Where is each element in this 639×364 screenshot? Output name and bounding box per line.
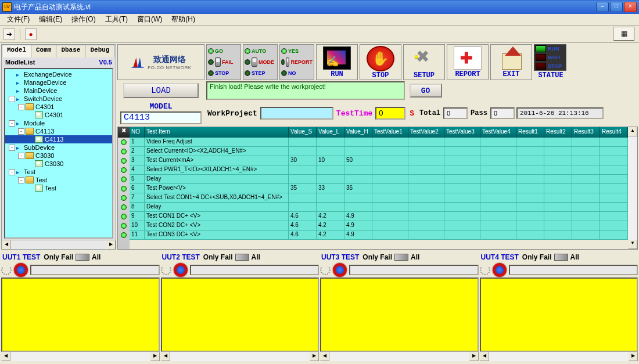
col-header[interactable]: Result1 xyxy=(516,127,544,138)
table-row[interactable]: 11Test CON3 DC+ <V>4.64.24.9 xyxy=(130,230,628,240)
yes-report-no-switch[interactable]: YESREPORTNO xyxy=(279,44,314,80)
tree-node-managedevice[interactable]: ManageDevice xyxy=(5,78,112,87)
close-button[interactable]: × xyxy=(624,2,637,12)
col-header[interactable]: TestValue3 xyxy=(444,127,480,138)
table-row[interactable]: 7Select Test CON1~4 DC+<SUB,X0,ADCH1~4_E… xyxy=(130,193,628,203)
toolbar-run-button[interactable]: ➔ xyxy=(3,28,15,40)
scroll-track[interactable] xyxy=(10,352,150,361)
tree-expander[interactable]: - xyxy=(9,120,15,127)
uut-output-terminal[interactable] xyxy=(480,277,638,352)
vscroll-track[interactable] xyxy=(628,136,637,240)
scroll-left-button[interactable]: ◀ xyxy=(2,240,11,250)
scroll-track[interactable] xyxy=(489,352,629,361)
tab-dbase[interactable]: Dbase xyxy=(56,45,85,57)
tree-node-c3030[interactable]: -C3030 xyxy=(5,152,112,160)
model-value[interactable]: C4113 xyxy=(120,111,202,124)
only-fail-switch[interactable] xyxy=(76,254,89,261)
tree-node-c4301[interactable]: C4301 xyxy=(5,111,112,119)
uut-stop-button[interactable] xyxy=(493,263,507,277)
uut-hscrollbar[interactable]: ◀ ▶ xyxy=(320,352,479,361)
uut-stop-button[interactable] xyxy=(174,263,188,277)
col-header[interactable]: Value_L xyxy=(317,127,344,138)
scroll-left-button[interactable]: ◀ xyxy=(320,352,329,361)
tree-node-c4301[interactable]: -C4301 xyxy=(5,103,112,111)
col-header[interactable]: TestValue4 xyxy=(480,127,516,138)
run-button[interactable]: RUN xyxy=(316,44,358,80)
tree-node-test[interactable]: -Test xyxy=(5,168,112,176)
table-row[interactable]: 5Delay xyxy=(130,175,628,184)
uut-stop-button[interactable] xyxy=(333,263,347,277)
table-row[interactable]: 9Test CON1 DC+ <V>4.64.24.9 xyxy=(130,212,628,221)
tree-expander[interactable]: - xyxy=(9,145,15,151)
table-row[interactable]: 10Test CON2 DC+ <V>4.64.24.9 xyxy=(130,221,628,230)
tree-expander[interactable]: - xyxy=(18,153,24,159)
scroll-right-button[interactable]: ▶ xyxy=(629,352,638,361)
tree-node-switchdevice[interactable]: -SwitchDevice xyxy=(5,95,112,103)
scroll-left-button[interactable]: ◀ xyxy=(161,352,170,361)
menu-operate[interactable]: 操作(O) xyxy=(67,13,100,26)
col-header[interactable]: Value_S xyxy=(289,127,317,138)
menu-help[interactable]: 帮助(H) xyxy=(167,13,200,26)
menu-window[interactable]: 窗口(W) xyxy=(132,13,167,26)
uut-output-terminal[interactable] xyxy=(1,277,160,352)
tree-node-test[interactable]: Test xyxy=(5,184,112,192)
only-fail-switch[interactable] xyxy=(394,254,408,261)
table-row[interactable]: 4Select PWR1_T<IO><X0,ADCH1~4_EN#> xyxy=(130,165,628,175)
uut-hscrollbar[interactable]: ◀ ▶ xyxy=(480,352,638,361)
table-row[interactable]: 1Video Freq Adjust xyxy=(130,138,628,147)
uut-hscrollbar[interactable]: ◀ ▶ xyxy=(161,352,320,361)
table-row[interactable]: 2Select Current<IO><X2,ADCH4_EN#> xyxy=(130,147,628,156)
toggle-switch[interactable] xyxy=(252,57,257,67)
scroll-track[interactable] xyxy=(11,240,106,249)
scroll-right-button[interactable]: ▶ xyxy=(469,352,479,361)
tree-node-c4113[interactable]: C4113 xyxy=(5,135,112,143)
scroll-track[interactable] xyxy=(170,352,310,361)
only-fail-switch[interactable] xyxy=(235,254,249,261)
go-button[interactable]: GO xyxy=(410,84,442,98)
col-header[interactable]: Test Item xyxy=(145,127,289,138)
menu-file[interactable]: 文件(F) xyxy=(2,13,34,26)
scroll-track[interactable] xyxy=(329,352,469,361)
table-row[interactable]: 3Test Current<mA>301050 xyxy=(130,156,628,165)
menu-tools[interactable]: 工具(T) xyxy=(100,13,132,26)
exit-button[interactable]: EXIT xyxy=(490,44,532,80)
col-header[interactable]: Value_H xyxy=(344,127,372,138)
maximize-button[interactable]: □ xyxy=(610,2,623,12)
menu-edit[interactable]: 编辑(E) xyxy=(34,13,67,26)
col-header[interactable]: Result4 xyxy=(600,127,628,138)
scroll-right-button[interactable]: ▶ xyxy=(310,352,319,361)
toolbar-panel-button[interactable]: ▦ xyxy=(613,27,634,41)
tree-expander[interactable]: - xyxy=(18,177,24,183)
scroll-right-button[interactable]: ▶ xyxy=(150,352,160,361)
tree-expander[interactable]: - xyxy=(18,104,24,110)
uut-stop-button[interactable] xyxy=(14,263,28,277)
minimize-button[interactable]: – xyxy=(596,2,609,12)
auto-mode-step-switch[interactable]: AUTOMODESTEP xyxy=(243,44,278,80)
stop-button[interactable]: ✋ STOP xyxy=(360,44,401,80)
uut-output-terminal[interactable] xyxy=(161,277,320,352)
tree-node-test[interactable]: -Test xyxy=(5,176,112,184)
tree-hscrollbar[interactable]: ◀ ▶ xyxy=(2,240,116,249)
table-row[interactable]: 8Delay xyxy=(130,203,628,212)
only-fail-switch[interactable] xyxy=(554,254,568,261)
tree-expander[interactable]: - xyxy=(9,96,15,102)
tree-node-exchangedevice[interactable]: ExchangeDevice xyxy=(5,70,112,78)
scroll-down-button[interactable]: ▼ xyxy=(628,240,637,249)
tree-node-subdevice[interactable]: -SubDevice xyxy=(5,143,112,152)
col-header[interactable]: Result2 xyxy=(544,127,572,138)
toolbar-stop-button[interactable]: ● xyxy=(25,28,37,40)
uut-output-terminal[interactable] xyxy=(320,277,479,352)
model-tree[interactable]: ExchangeDeviceManageDeviceMainDevice-Swi… xyxy=(4,68,113,239)
workproject-input[interactable] xyxy=(260,107,333,120)
tree-node-maindevice[interactable]: MainDevice xyxy=(5,87,112,95)
col-header[interactable]: Result3 xyxy=(572,127,600,138)
go-fail-stop-switch[interactable]: GOFAILSTOP xyxy=(206,44,241,80)
table-row[interactable]: 6Test Power<V>353336 xyxy=(130,184,628,193)
tree-expander[interactable]: - xyxy=(18,128,24,135)
tab-debug[interactable]: Debug xyxy=(85,45,114,57)
col-header[interactable]: TestValue2 xyxy=(408,127,444,138)
scroll-left-button[interactable]: ◀ xyxy=(1,352,10,361)
col-header[interactable]: TestValue1 xyxy=(372,127,408,138)
table-vscrollbar[interactable]: ▲ ▼ xyxy=(628,127,637,249)
scroll-left-button[interactable]: ◀ xyxy=(480,352,489,361)
